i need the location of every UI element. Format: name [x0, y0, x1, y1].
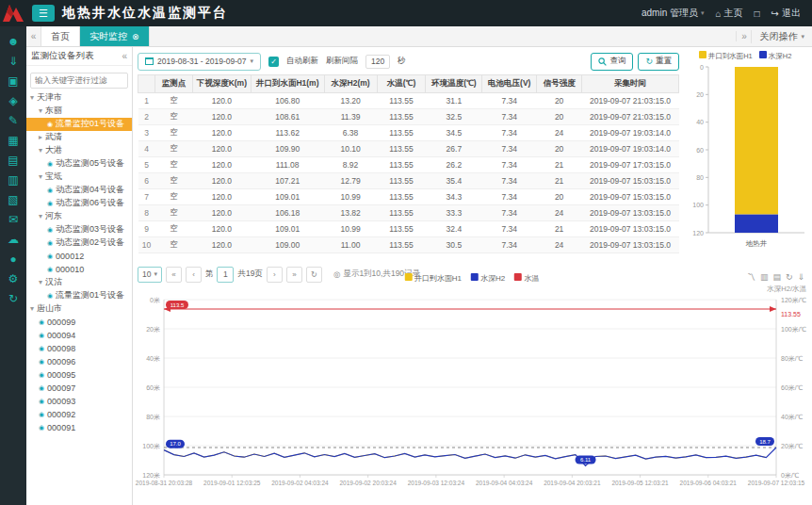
table-row[interactable]: 10空120.0109.0011.00113.5530.57.34242019-…: [138, 237, 679, 253]
tabs-scroll-right-icon[interactable]: »: [736, 31, 751, 41]
tree-item-武清[interactable]: ▸武清: [26, 131, 132, 144]
data-view-icon[interactable]: ▤: [772, 272, 781, 282]
tree-item-000093[interactable]: ◉000093: [26, 395, 132, 408]
table-row[interactable]: 5空120.0111.088.92113.5526.27.34212019-09…: [138, 157, 679, 173]
magic-type-bar-icon[interactable]: ▥: [760, 272, 769, 282]
column-header[interactable]: 水深H2(m): [324, 75, 377, 93]
search-button[interactable]: 查询: [591, 53, 633, 71]
edit-icon[interactable]: ✎: [8, 115, 18, 127]
table-row[interactable]: 1空120.0106.8013.20113.5531.17.34202019-0…: [138, 93, 679, 109]
document-icon[interactable]: ▥: [8, 174, 18, 187]
layers-icon[interactable]: ▧: [8, 194, 18, 206]
table-row[interactable]: 6空120.0107.2112.79113.5535.47.34212019-0…: [138, 173, 679, 189]
tree-item-大港[interactable]: ▾大港: [26, 144, 132, 157]
folder-toggle-icon[interactable]: ▾: [39, 146, 42, 155]
legend-item-水温[interactable]: 水温: [514, 273, 539, 284]
save-image-icon[interactable]: ⇓: [797, 272, 804, 282]
bar-segment-h2[interactable]: [735, 215, 778, 233]
tree-item-流量监控01号设备[interactable]: ◉流量监控01号设备: [26, 118, 132, 131]
tree-item-000098[interactable]: ◉000098: [26, 342, 132, 355]
table-row[interactable]: 9空120.0109.0110.99113.5532.47.34212019-0…: [138, 221, 679, 237]
column-header[interactable]: 下视深度K(m): [192, 75, 251, 93]
tree-item-label: 动态监测04号设备: [56, 184, 124, 196]
close-operations-dropdown[interactable]: 关闭操作 ▾: [751, 30, 812, 43]
folder-toggle-icon[interactable]: ▾: [39, 278, 42, 286]
column-header[interactable]: 水温(℃): [377, 75, 426, 93]
tree-item-唐山市[interactable]: ▾唐山市: [26, 302, 132, 316]
tree-item-天津市[interactable]: ▾天津市: [26, 91, 132, 105]
dot-icon[interactable]: ●: [9, 253, 16, 266]
tree-item-流量监测01号设备[interactable]: ◉流量监测01号设备: [26, 289, 132, 302]
date-range-picker[interactable]: 2019-08-31 - 2019-09-07 ▾: [138, 53, 261, 71]
tree-item-000097[interactable]: ◉000097: [26, 382, 132, 395]
folder-toggle-icon[interactable]: ▾: [39, 106, 42, 115]
logout-button[interactable]: ↪ 退出: [771, 7, 801, 20]
table-row[interactable]: 4空120.0109.9010.10113.5526.77.34202019-0…: [138, 141, 679, 157]
table-row[interactable]: 8空120.0106.1813.82113.5533.37.34242019-0…: [138, 205, 679, 221]
folder-toggle-icon[interactable]: ▾: [30, 93, 34, 102]
user-icon[interactable]: ☻: [8, 36, 20, 48]
column-header[interactable]: 井口到水面H1(m): [251, 75, 324, 93]
tree-item-动态监测06号设备[interactable]: ◉动态监测06号设备: [26, 197, 132, 210]
tree-item-动态监测02号设备[interactable]: ◉动态监测02号设备: [26, 236, 132, 250]
tree-item-000012[interactable]: ◉000012: [26, 250, 132, 263]
chart-icon[interactable]: ▦: [8, 135, 18, 147]
tab-realtime-monitor[interactable]: 实时监控 ⊗: [80, 26, 150, 46]
folder-toggle-icon[interactable]: ▾: [39, 212, 42, 220]
monitor-icon[interactable]: ▣: [8, 75, 18, 88]
tree-item-000095[interactable]: ◉000095: [26, 368, 132, 382]
tree-item-动态监测03号设备[interactable]: ◉动态监测03号设备: [26, 223, 132, 236]
table-row[interactable]: 7空120.0109.0110.99113.5534.37.34202019-0…: [138, 189, 679, 205]
column-header[interactable]: 采集时间: [582, 75, 679, 93]
sidebar-toggle-button[interactable]: ☰: [32, 5, 55, 22]
magic-type-line-icon[interactable]: 〽: [747, 272, 755, 282]
column-header[interactable]: 监测点: [154, 75, 192, 93]
restore-icon[interactable]: ↻: [786, 272, 793, 282]
tree-item-汉沽[interactable]: ▾汉沽: [26, 276, 132, 289]
fullscreen-button[interactable]: □: [755, 8, 760, 19]
home-button[interactable]: ⌂ 主页: [716, 7, 743, 20]
folder-toggle-icon[interactable]: ▸: [39, 133, 42, 141]
column-header[interactable]: 环境温度(℃): [426, 75, 482, 93]
device-icon[interactable]: ◈: [8, 95, 17, 107]
column-header[interactable]: 信号强度: [537, 75, 582, 93]
tab-close-icon[interactable]: ⊗: [132, 32, 139, 41]
tree-item-000099[interactable]: ◉000099: [26, 316, 132, 329]
legend-item-水深H2[interactable]: 水深H2: [759, 51, 792, 61]
tab-home[interactable]: 首页: [41, 26, 80, 46]
tree-item-000096[interactable]: ◉000096: [26, 355, 132, 368]
tree-item-000092[interactable]: ◉000092: [26, 408, 132, 421]
tree-item-东丽[interactable]: ▾东丽: [26, 105, 132, 118]
legend-item-井口到水面H1[interactable]: 井口到水面H1: [699, 51, 753, 61]
auto-refresh-checkbox[interactable]: ✓: [268, 57, 279, 67]
reset-button[interactable]: ↻ 重置: [638, 53, 679, 71]
column-header[interactable]: 电池电压(V): [482, 75, 537, 93]
tree-item-000094[interactable]: ◉000094: [26, 329, 132, 342]
device-search-input[interactable]: [30, 73, 128, 89]
tabs-scroll-left-icon[interactable]: «: [26, 26, 41, 46]
legend-item-水深H2[interactable]: 水深H2: [471, 273, 505, 284]
download-icon[interactable]: ⇓: [8, 56, 18, 68]
tree-item-宝坻[interactable]: ▾宝坻: [26, 171, 132, 184]
tree-item-动态监测04号设备[interactable]: ◉动态监测04号设备: [26, 184, 132, 197]
folder-toggle-icon[interactable]: ▾: [39, 172, 42, 181]
tree-item-000091[interactable]: ◉000091: [26, 421, 132, 434]
table-row[interactable]: 3空120.0113.626.38113.5534.57.34242019-09…: [138, 125, 679, 141]
mail-icon[interactable]: ✉: [8, 214, 18, 226]
row-number-header[interactable]: [138, 75, 155, 93]
tree-item-动态监测05号设备[interactable]: ◉动态监测05号设备: [26, 157, 132, 171]
folder-toggle-icon[interactable]: ▾: [30, 304, 34, 313]
user-menu[interactable]: admin 管理员 ▾: [641, 7, 705, 20]
legend-item-井口到水面H1[interactable]: 井口到水面H1: [405, 273, 462, 284]
refresh-icon[interactable]: ↻: [8, 293, 18, 305]
series-h2-line[interactable]: [164, 448, 776, 466]
tree-item-000010[interactable]: ◉000010: [26, 263, 132, 276]
grid-icon[interactable]: ▤: [8, 155, 18, 167]
refresh-interval-input[interactable]: [365, 55, 390, 69]
bar-segment-h1[interactable]: [735, 67, 778, 215]
cloud-icon[interactable]: ☁: [8, 234, 19, 246]
panel-collapse-icon[interactable]: «: [122, 51, 127, 61]
table-row[interactable]: 2空120.0108.6111.39113.5532.57.34202019-0…: [138, 109, 679, 125]
settings-icon[interactable]: ⚙: [8, 273, 19, 285]
tree-item-河东[interactable]: ▾河东: [26, 210, 132, 223]
